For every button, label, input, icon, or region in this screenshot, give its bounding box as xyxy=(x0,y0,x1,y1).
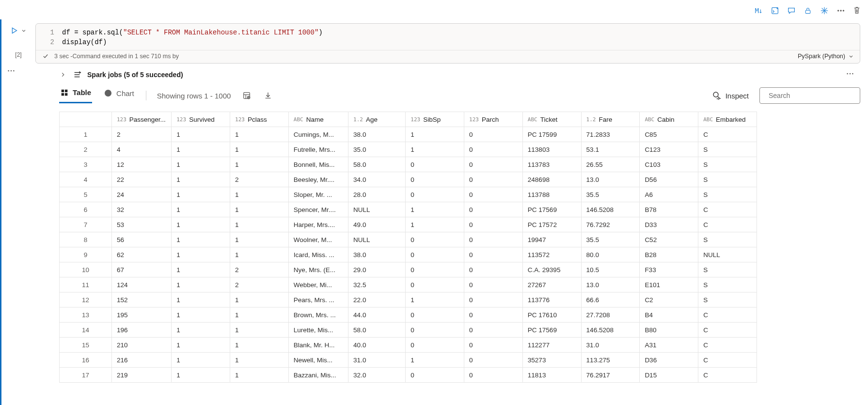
status-text: 3 sec -Command executed in 1 sec 710 ms … xyxy=(54,53,179,60)
table-cell: NULL xyxy=(348,232,406,247)
table-cell: 248698 xyxy=(522,172,581,187)
comment-icon[interactable] xyxy=(786,5,797,16)
table-row[interactable]: 106712Nye, Mrs. (E...29.000C.A. 2939510.… xyxy=(60,262,757,277)
table-cell: 38.0 xyxy=(348,127,406,142)
table-cell: 1 xyxy=(172,323,230,338)
output-more-icon[interactable] xyxy=(1,64,21,405)
table-cell: 0 xyxy=(464,247,523,262)
table-cell: 1 xyxy=(172,277,230,292)
table-cell: 1 xyxy=(230,142,289,157)
table-cell: S xyxy=(698,142,757,157)
col-name[interactable]: ABCName xyxy=(288,112,348,127)
table-cell: 1 xyxy=(230,247,289,262)
table-cell: 28.0 xyxy=(348,187,406,202)
data-table: 123Passenger... 123Survived 123Pclass AB… xyxy=(59,112,757,383)
markdown-toggle-icon[interactable]: M↓ xyxy=(753,5,764,16)
table-row[interactable]: 63211Spencer, Mr....NULL10PC 17569146.52… xyxy=(60,202,757,217)
table-cell: 2 xyxy=(111,127,171,142)
tab-table[interactable]: Table xyxy=(59,88,92,103)
col-pclass[interactable]: 123Pclass xyxy=(230,112,289,127)
col-cabin[interactable]: ABCCabin xyxy=(640,112,698,127)
table-cell: Cumings, M... xyxy=(288,127,348,142)
inspect-label: Inspect xyxy=(726,92,749,100)
col-parch[interactable]: 123Parch xyxy=(464,112,523,127)
freeze-icon[interactable] xyxy=(819,5,830,16)
table-cell: Woolner, M... xyxy=(288,232,348,247)
table-cell: D15 xyxy=(640,368,698,383)
col-sibsp[interactable]: 123SibSp xyxy=(406,112,464,127)
col-passengerid[interactable]: 123Passenger... xyxy=(111,112,171,127)
table-cell: 0 xyxy=(464,353,523,368)
table-settings-icon[interactable] xyxy=(241,90,252,101)
expand-jobs-chevron-icon[interactable] xyxy=(59,71,67,79)
table-cell: D36 xyxy=(640,353,698,368)
table-cell: D33 xyxy=(640,217,698,232)
table-row[interactable]: 1112412Webber, Mi...32.5002726713.0E101S xyxy=(60,277,757,292)
table-cell: 27.7208 xyxy=(581,308,640,323)
table-cell: Webber, Mi... xyxy=(288,277,348,292)
table-row[interactable]: 52411Sloper, Mr. ...28.00011378835.5A6S xyxy=(60,187,757,202)
delete-cell-icon[interactable] xyxy=(852,6,861,16)
run-cell-icon[interactable] xyxy=(10,26,18,35)
table-row[interactable]: 96211Icard, Miss. ...38.00011357280.0B28… xyxy=(60,247,757,262)
table-cell: C xyxy=(698,323,757,338)
table-cell: C xyxy=(698,127,757,142)
table-cell: 80.0 xyxy=(581,247,640,262)
table-cell: 1 xyxy=(230,202,289,217)
table-cell: C xyxy=(698,202,757,217)
table-cell: 29.0 xyxy=(348,262,406,277)
svg-rect-22 xyxy=(62,89,64,92)
table-row[interactable]: 42212Beesley, Mr....34.00024869813.0D56S xyxy=(60,172,757,187)
table-cell: 146.5208 xyxy=(581,323,640,338)
search-input[interactable] xyxy=(768,91,854,100)
table-row[interactable]: 1419611Lurette, Mis...58.000PC 17569146.… xyxy=(60,323,757,338)
run-menu-chevron-icon[interactable] xyxy=(20,27,27,34)
table-cell: 5 xyxy=(60,187,112,202)
table-row[interactable]: 75311Harper, Mrs....49.010PC 1757276.729… xyxy=(60,217,757,232)
table-row[interactable]: 1521011Blank, Mr. H...40.00011227731.0A3… xyxy=(60,338,757,353)
data-table-wrap[interactable]: 123Passenger... 123Survived 123Pclass AB… xyxy=(59,112,864,405)
table-cell: 0 xyxy=(464,308,523,323)
language-selector[interactable]: PySpark (Python) xyxy=(798,53,854,60)
search-box[interactable] xyxy=(759,87,860,104)
table-cell: 16 xyxy=(60,353,112,368)
code-editor[interactable]: 1 df = spark.sql("SELECT * FROM MainLake… xyxy=(35,23,860,64)
more-icon[interactable] xyxy=(835,5,847,16)
table-cell: 44.0 xyxy=(348,308,406,323)
table-cell: S xyxy=(698,187,757,202)
table-cell: 14 xyxy=(60,323,112,338)
col-embarked[interactable]: ABCEmbarked xyxy=(698,112,757,127)
table-cell: C123 xyxy=(640,142,698,157)
table-cell: 1 xyxy=(172,368,230,383)
svg-point-15 xyxy=(13,70,15,72)
table-cell: Nye, Mrs. (E... xyxy=(288,262,348,277)
table-cell: 216 xyxy=(111,353,171,368)
download-icon[interactable] xyxy=(263,90,273,101)
inspect-button[interactable]: Inspect xyxy=(712,91,749,100)
col-fare[interactable]: 1.2Fare xyxy=(581,112,640,127)
table-row[interactable]: 1319511Brown, Mrs. ...44.000PC 1761027.7… xyxy=(60,308,757,323)
table-row[interactable]: 1621611Newell, Mis...31.01035273113.275D… xyxy=(60,353,757,368)
table-row[interactable]: 85611Woolner, M...NULL001994735.5C52S xyxy=(60,232,757,247)
inspect-icon xyxy=(712,91,722,100)
output-options-icon[interactable] xyxy=(846,69,854,80)
col-ticket[interactable]: ABCTicket xyxy=(522,112,581,127)
table-row[interactable]: 2411Futrelle, Mrs...35.01011380353.1C123… xyxy=(60,142,757,157)
tab-chart[interactable]: Chart xyxy=(103,89,135,102)
table-row[interactable]: 1721911Bazzani, Mis...32.0001181376.2917… xyxy=(60,368,757,383)
table-cell: 67 xyxy=(111,262,171,277)
hide-output-icon[interactable] xyxy=(769,5,781,16)
col-age[interactable]: 1.2Age xyxy=(348,112,406,127)
table-row[interactable]: 31211Bonnell, Mis...58.00011378326.55C10… xyxy=(60,157,757,172)
table-cell: A31 xyxy=(640,338,698,353)
table-cell: 113.275 xyxy=(581,353,640,368)
table-row[interactable]: 1211Cumings, M...38.010PC 1759971.2833C8… xyxy=(60,127,757,142)
table-cell: 34.0 xyxy=(348,172,406,187)
svg-point-10 xyxy=(843,10,844,12)
table-cell: 1 xyxy=(172,142,230,157)
col-survived[interactable]: 123Survived xyxy=(172,112,230,127)
table-cell: 113803 xyxy=(522,142,581,157)
table-cell: 113572 xyxy=(522,247,581,262)
table-row[interactable]: 1215211Pears, Mrs. ...22.01011377666.6C2… xyxy=(60,292,757,308)
lock-icon[interactable] xyxy=(802,5,814,16)
